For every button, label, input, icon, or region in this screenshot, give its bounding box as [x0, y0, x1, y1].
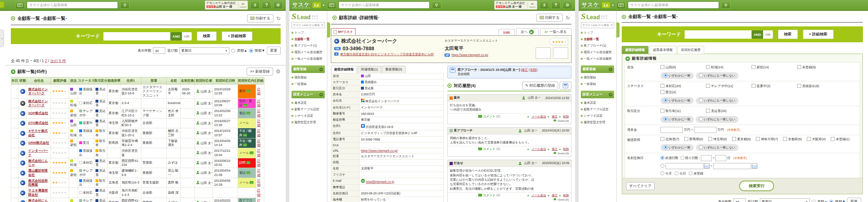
date-from-input[interactable] — [665, 163, 703, 169]
delete-link[interactable]: 削除 — [563, 115, 569, 118]
column-header[interactable]: 会社名 — [27, 77, 51, 85]
radio[interactable] — [699, 145, 703, 149]
search-tab[interactable]: 顧客基本情報 — [650, 46, 676, 54]
radio-selected[interactable] — [664, 98, 668, 102]
checkbox[interactable] — [684, 137, 688, 141]
search-button[interactable]: 検索 — [778, 30, 798, 39]
advanced-search-button[interactable]: + 詳細検索 — [803, 30, 834, 39]
match-none-pill[interactable]: いずれにも一致しない — [696, 97, 739, 104]
checkbox[interactable] — [706, 84, 710, 88]
register-history-button[interactable]: ✎ 対応履歴の登録 — [522, 82, 558, 90]
stop-icon[interactable]: ■ — [20, 101, 25, 106]
page-2-link[interactable]: 2 — [45, 59, 47, 63]
sidebar-item[interactable]: 履歴定型文管理 — [292, 119, 327, 126]
checkbox-option[interactable]: 京都府(6) — [783, 137, 802, 142]
detail-link[interactable]: 詳細 — [257, 199, 260, 202]
sidebar-item[interactable]: 再アプローチ(1) — [581, 43, 616, 49]
advanced-search-button[interactable]: + 詳細検索 — [222, 31, 252, 41]
sidebar-item[interactable]: 個別登録 — [292, 74, 327, 81]
mail-send-link[interactable]: メール送信 — [531, 147, 546, 151]
settings-gear-icon[interactable]: ⚙ — [273, 1, 283, 9]
checkbox[interactable] — [660, 90, 664, 94]
play-icon[interactable]: ▶ — [20, 89, 25, 94]
comment-link[interactable]: … コメント (0) — [450, 147, 528, 151]
help-button[interactable]: ? — [262, 1, 271, 9]
table-row[interactable]: ▶ GTO株式会社 ★★★★★ 山田 提案中 見込客 埼玉県 入間郡根岸町50-… — [11, 118, 264, 128]
radio[interactable] — [675, 171, 678, 175]
checkbox[interactable] — [660, 137, 664, 141]
checkbox-option[interactable]: テレアポ中(11) — [706, 84, 752, 89]
comment-link[interactable]: … コメント (0) — [450, 193, 528, 198]
match-any-pill[interactable]: いずれかに一致 — [660, 97, 694, 104]
table-row[interactable]: ▶ 霜山建設有限会社 ★★★★★ 新垣 テレアポ中 見込客 埼玉県 建物横町1-… — [11, 168, 264, 178]
checkbox-option[interactable]: 新垣(14) — [752, 65, 797, 70]
table-row[interactable]: ▶ ★サスケ株式会社 ★★★★★ 松場 見積提出 取引有 東京都 渋谷区道玄坂1… — [11, 128, 264, 138]
sidebar-item[interactable]: トップ — [292, 30, 327, 36]
count-input[interactable]: 40 — [733, 198, 746, 202]
saaske-home-button[interactable]: S — [250, 1, 260, 9]
checkbox[interactable] — [797, 65, 801, 69]
and-toggle[interactable]: AND — [752, 30, 763, 39]
checkbox-option[interactable]: 北海道(7) — [660, 137, 679, 142]
detail-tab[interactable]: 重複情報(0) — [382, 66, 405, 73]
search-icon[interactable]: ⚲ — [432, 1, 441, 9]
sidebar-item[interactable]: 一括登録 — [581, 81, 616, 87]
table-row[interactable]: ▶ 株式会社にんじゃ ★★★★★ 松場 テレアポ中 見込客 東京都 西区西野41… — [11, 198, 264, 202]
search-tab[interactable]: 前回対応履歴 — [677, 46, 704, 54]
sidebar-item[interactable]: シナリオ設定 — [292, 113, 327, 119]
play-icon[interactable]: ▶ — [20, 151, 25, 156]
good-button[interactable]: Good (0) — [553, 198, 569, 201]
logout-button[interactable]: ➦Logout — [238, 2, 246, 8]
sidebar-item[interactable]: 全顧客一覧 — [292, 36, 327, 43]
radio[interactable] — [699, 98, 703, 102]
checkbox[interactable] — [660, 65, 664, 69]
comment-link[interactable]: … コメント (0) — [450, 115, 528, 119]
sidebar-item[interactable]: 顧客テーブル設定 — [581, 106, 616, 113]
delete-link[interactable]: 削除 — [563, 147, 569, 151]
change-button[interactable]: 変更 — [267, 47, 281, 55]
search-tab[interactable]: 顧客詳細情報 — [622, 46, 648, 54]
field-link[interactable]: https://www.interpark.co.jp/ — [361, 149, 398, 152]
sidebar-item[interactable]: 一括登録 — [292, 81, 327, 87]
refresh-icon[interactable]: ↻ — [566, 15, 570, 21]
column-header[interactable]: 名前 — [167, 77, 181, 85]
desc-radio[interactable] — [249, 49, 253, 53]
detail-tab[interactable]: 顧客詳細情報 — [331, 66, 357, 73]
company-link[interactable]: XQP株式会社 — [28, 111, 48, 115]
count-input[interactable]: 40 — [153, 47, 165, 54]
checkbox[interactable] — [732, 137, 736, 141]
sidebar-item[interactable]: 一括メール送信履歴 — [292, 56, 327, 62]
checkbox[interactable] — [708, 137, 712, 141]
checkbox-option[interactable]: 提案中(2) — [752, 84, 797, 89]
table-row[interactable]: ▶ GRW株式会社 ★★★★★ 新垣 受注 取引有 群馬県 宇都宮市鳴海1-2-… — [11, 138, 264, 148]
summary-url-link[interactable]: https://www.interpark.co.jp/ — [451, 53, 488, 57]
radio[interactable] — [680, 156, 684, 160]
mylist-tab[interactable]: MYリスト — [331, 28, 356, 35]
checkbox-option[interactable]: 取引有(11) — [660, 109, 706, 113]
company-link[interactable]: 株式会社にんじゃ — [28, 159, 48, 167]
notice-delete-link[interactable]: 削除 — [531, 68, 537, 72]
radio-selected[interactable] — [664, 145, 668, 149]
company-link[interactable]: サエキ興業有限会社 — [28, 189, 48, 196]
detail-link[interactable]: 詳細 — [257, 139, 260, 147]
sidebar-item[interactable]: 再アプローチ(1) — [292, 43, 327, 49]
detail-link[interactable]: 詳細 — [257, 149, 260, 156]
checkbox-option[interactable]: 埼玉県(6) — [708, 137, 727, 142]
play-icon[interactable]: ▶ — [20, 141, 25, 146]
play-icon[interactable]: ▶ — [20, 111, 25, 116]
edit-link[interactable]: 修正 — [552, 115, 557, 118]
settings-gear-icon[interactable]: ⚙ — [563, 1, 572, 9]
sidebar-item[interactable]: 個別登録 — [581, 74, 616, 81]
column-header[interactable]: ステータス — [78, 77, 94, 85]
radio[interactable] — [660, 164, 664, 168]
column-header[interactable]: 担当 — [69, 77, 78, 85]
capital-min-input[interactable] — [660, 127, 683, 133]
column-header[interactable]: 顧客評価 — [51, 77, 69, 85]
detail-link[interactable]: 詳細 — [257, 109, 260, 117]
column-header[interactable]: 名刺交換日 — [181, 77, 195, 85]
checkbox[interactable] — [706, 65, 710, 69]
change-button[interactable]: 変更 — [847, 198, 861, 202]
asc-radio[interactable] — [231, 49, 235, 53]
help-button[interactable]: ? — [551, 1, 561, 9]
chat-icon[interactable] — [327, 1, 336, 9]
